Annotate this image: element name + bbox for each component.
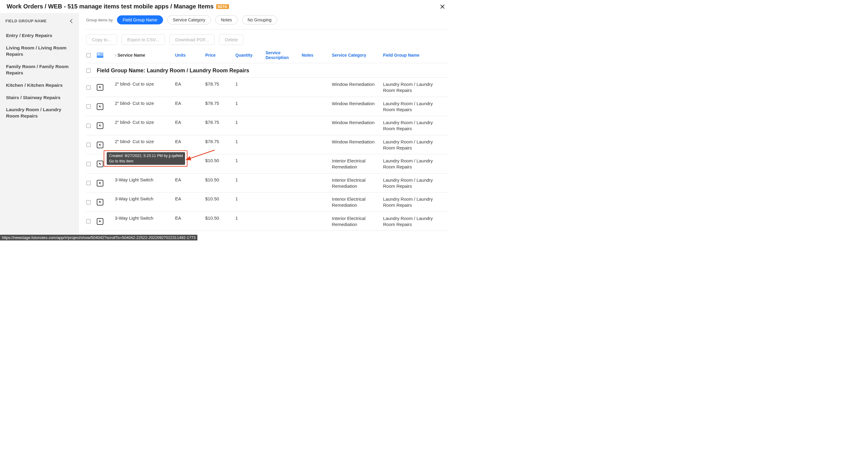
row-checkbox[interactable] <box>86 104 91 109</box>
open-item-icon[interactable] <box>97 180 103 187</box>
cell-field-group-name: Laundry Room / Laundry Room Repairs <box>383 216 436 228</box>
col-units[interactable]: Units <box>175 53 205 58</box>
cell-field-group-name: Laundry Room / Laundry Room Repairs <box>383 81 436 94</box>
sidebar-item[interactable]: Kitchen / Kitchen Repairs <box>5 79 73 92</box>
open-item-icon[interactable] <box>97 199 103 205</box>
sidebar-title: FIELD GROUP NAME <box>5 19 47 23</box>
cell-service-category: Interior Electrical Remediation <box>332 177 383 190</box>
row-checkbox[interactable] <box>86 142 91 147</box>
col-notes[interactable]: Notes <box>302 53 332 58</box>
breadcrumb-project[interactable]: WEB - 515 manage items test mobile apps <box>48 3 168 10</box>
cell-field-group-name: Laundry Room / Laundry Room Repairs <box>383 139 436 151</box>
cell-price: $10.50 <box>205 177 236 190</box>
cell-service-description <box>266 216 302 228</box>
cell-units: EA <box>175 196 205 208</box>
col-price[interactable]: Price <box>205 53 236 58</box>
group-header-row: Field Group Name: Laundry Room / Laundry… <box>86 63 448 78</box>
row-checkbox[interactable] <box>86 85 91 90</box>
cell-service-name: 3-Way Light Switch <box>115 216 175 228</box>
row-checkbox[interactable] <box>86 200 91 205</box>
open-item-icon[interactable] <box>97 218 103 225</box>
main-content: Group items by Field Group NameService C… <box>79 13 455 240</box>
beta-badge: BETA <box>216 4 229 9</box>
close-button[interactable] <box>439 4 445 10</box>
group-by-option[interactable]: Field Group Name <box>117 15 163 24</box>
cell-notes <box>302 120 332 132</box>
image-column-icon[interactable] <box>97 53 103 58</box>
sidebar: FIELD GROUP NAME Entry / Entry RepairsLi… <box>0 13 79 240</box>
cell-quantity: 1 <box>236 158 266 170</box>
col-service-name[interactable]: ↑Service Name <box>115 53 175 58</box>
cell-service-category: Interior Electrical Remediation <box>332 158 383 170</box>
select-all-checkbox[interactable] <box>86 53 91 58</box>
row-checkbox[interactable] <box>86 219 91 224</box>
cell-price: $78.75 <box>205 120 236 132</box>
breadcrumb-sep: / <box>169 3 174 10</box>
open-item-icon[interactable] <box>97 161 103 167</box>
row-checkbox[interactable] <box>86 181 91 185</box>
table-row[interactable]: 2" blind- Cut to sizeEA$78.751Window Rem… <box>86 78 448 97</box>
cell-service-category: Window Remediation <box>332 81 383 94</box>
cell-price: $10.50 <box>205 196 236 208</box>
cell-quantity: 1 <box>236 101 266 113</box>
cell-service-name: 2" blind- Cut to size <box>115 101 175 113</box>
cell-service-description <box>266 158 302 170</box>
cell-units: EA <box>175 120 205 132</box>
cell-service-name: 3-Way Light Switch <box>115 196 175 208</box>
sidebar-item[interactable]: Stairs / Stairway Repairs <box>5 92 73 104</box>
row-checkbox[interactable] <box>86 162 91 166</box>
item-tooltip[interactable]: Created: 9/27/2022, 5:23:11 PM by jj-qaf… <box>107 152 185 165</box>
status-bar-url: https://newstage.fotonotes.com/app/#/pro… <box>0 235 197 240</box>
table-row[interactable]: 3-Way Light SwitchEA$10.501Interior Elec… <box>86 173 448 193</box>
cell-notes <box>302 177 332 190</box>
cell-units: EA <box>175 177 205 190</box>
cell-units: EA <box>175 81 205 94</box>
cell-service-description <box>266 139 302 151</box>
sort-asc-icon: ↑ <box>115 53 117 58</box>
cell-notes <box>302 101 332 113</box>
cell-notes <box>302 216 332 228</box>
group-by-option[interactable]: Notes <box>215 15 238 24</box>
cell-price: $78.75 <box>205 81 236 94</box>
table-row[interactable]: 2" blind- Cut to sizeEA$78.751Window Rem… <box>86 97 448 116</box>
group-select-checkbox[interactable] <box>86 68 91 73</box>
cell-service-name: 3-Way Light Switch <box>115 177 175 190</box>
collapse-sidebar-icon[interactable] <box>70 19 73 24</box>
svg-line-0 <box>186 150 215 160</box>
col-service-description[interactable]: Service Description <box>266 50 302 60</box>
table-header-row: ↑Service Name Units Price Quantity Servi… <box>86 48 448 63</box>
delete-button[interactable]: Delete <box>219 34 244 45</box>
group-by-option[interactable]: Service Category <box>167 15 211 24</box>
breadcrumb-work-orders[interactable]: Work Orders <box>7 3 43 10</box>
col-field-group-name[interactable]: Field Group Name <box>383 53 436 58</box>
cell-price: $10.50 <box>205 216 236 228</box>
cell-quantity: 1 <box>236 216 266 228</box>
group-by-option[interactable]: No Grouping <box>242 15 277 24</box>
copy-to-button[interactable]: Copy to... <box>86 34 117 45</box>
cell-field-group-name: Laundry Room / Laundry Room Repairs <box>383 158 436 170</box>
row-checkbox[interactable] <box>86 124 91 128</box>
cell-notes <box>302 158 332 170</box>
cell-quantity: 1 <box>236 120 266 132</box>
export-csv-button[interactable]: Export to CSV... <box>121 34 165 45</box>
sidebar-item[interactable]: Family Room / Family Room Repairs <box>5 61 73 79</box>
sidebar-item[interactable]: Living Room / Living Room Repairs <box>5 42 73 61</box>
col-quantity[interactable]: Quantity <box>236 53 266 58</box>
open-item-icon[interactable] <box>97 103 103 110</box>
table-row[interactable]: 3-Way Light SwitchEA$10.501Interior Elec… <box>86 193 448 212</box>
table-row[interactable]: 3-Way Light SwitchEA$10.501Interior Elec… <box>86 212 448 231</box>
cell-service-description <box>266 177 302 190</box>
open-item-icon[interactable] <box>97 142 103 148</box>
cell-quantity: 1 <box>236 139 266 151</box>
cell-service-category: Window Remediation <box>332 120 383 132</box>
cell-quantity: 1 <box>236 177 266 190</box>
sidebar-item[interactable]: Laundry Room / Laundry Room Repairs <box>5 104 73 122</box>
cell-service-name: 2" blind- Cut to size <box>115 120 175 132</box>
table-row[interactable]: 2" blind- Cut to sizeEA$78.751Window Rem… <box>86 116 448 135</box>
open-item-icon[interactable] <box>97 122 103 129</box>
open-item-icon[interactable] <box>97 84 103 91</box>
download-pdf-button[interactable]: Download PDF... <box>169 34 215 45</box>
sidebar-item[interactable]: Entry / Entry Repairs <box>5 30 73 42</box>
col-service-category[interactable]: Service Category <box>332 53 383 58</box>
cell-service-category: Window Remediation <box>332 139 383 151</box>
